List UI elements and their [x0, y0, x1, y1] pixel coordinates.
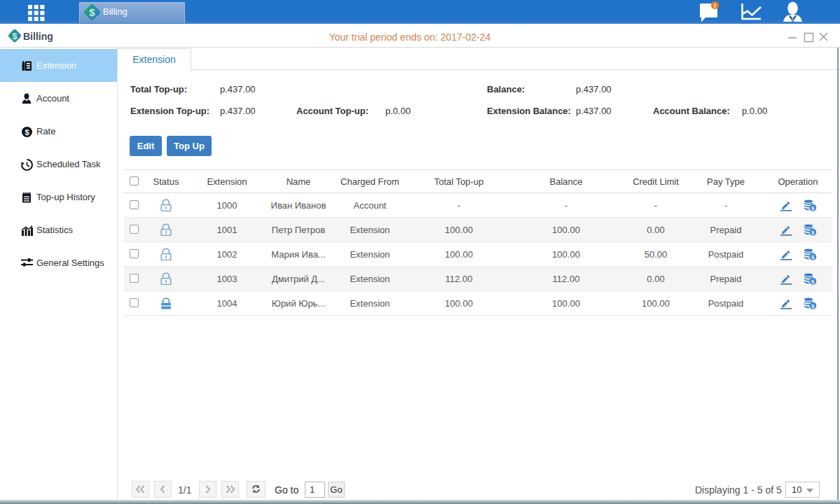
svg-text:$: $: [811, 253, 815, 260]
svg-text:$: $: [25, 128, 29, 136]
svg-text:$: $: [811, 302, 815, 309]
svg-text:$: $: [811, 229, 815, 235]
svg-text:$: $: [811, 204, 815, 211]
svg-text:!: !: [714, 2, 716, 9]
svg-text:$: $: [89, 6, 95, 18]
svg-text:$: $: [811, 278, 815, 284]
